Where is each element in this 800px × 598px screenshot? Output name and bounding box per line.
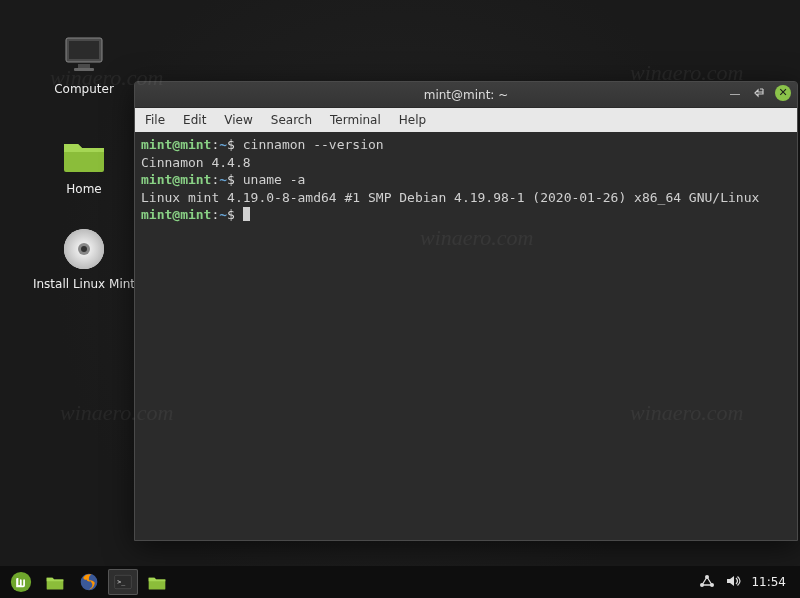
folder-home-icon [60, 130, 108, 178]
menu-terminal[interactable]: Terminal [330, 113, 381, 127]
menu-button[interactable] [6, 569, 36, 595]
menu-help[interactable]: Help [399, 113, 426, 127]
menu-search[interactable]: Search [271, 113, 312, 127]
firefox-icon [79, 572, 99, 592]
panel-clock[interactable]: 11:54 [751, 575, 786, 589]
menu-view[interactable]: View [224, 113, 252, 127]
window-titlebar[interactable]: mint@mint: ~ — ✕ [135, 82, 797, 108]
network-icon[interactable] [699, 573, 715, 592]
desktop-icon-home[interactable]: Home [30, 130, 138, 196]
terminal-body[interactable]: mint@mint:~$ cinnamon --version Cinnamon… [135, 132, 797, 540]
launcher-firefox[interactable] [74, 569, 104, 595]
terminal-window[interactable]: mint@mint: ~ — ✕ File Edit View Search T… [134, 81, 798, 541]
desktop-icon-label: Install Linux Mint [33, 277, 135, 291]
desktop[interactable]: Computer Home Install Linux Mint mint@mi… [0, 0, 800, 566]
terminal-icon: >_ [113, 572, 133, 592]
folder-icon [147, 572, 167, 592]
window-title: mint@mint: ~ [424, 88, 509, 102]
svg-rect-4 [74, 68, 94, 71]
svg-point-8 [81, 246, 87, 252]
panel: >_ 11:54 [0, 566, 800, 598]
minimize-button[interactable]: — [727, 85, 743, 101]
svg-rect-3 [78, 64, 90, 68]
disc-icon [60, 225, 108, 273]
maximize-button[interactable] [751, 85, 767, 101]
desktop-icon-label: Computer [54, 82, 114, 96]
taskbar-terminal[interactable]: >_ [108, 569, 138, 595]
desktop-icon-install[interactable]: Install Linux Mint [30, 225, 138, 291]
system-tray: 11:54 [699, 573, 794, 592]
computer-icon [60, 30, 108, 78]
mint-menu-icon [10, 571, 32, 593]
launcher-files[interactable] [40, 569, 70, 595]
taskbar-files[interactable] [142, 569, 172, 595]
volume-icon[interactable] [725, 573, 741, 592]
folder-icon [45, 572, 65, 592]
desktop-icon-computer[interactable]: Computer [30, 30, 138, 96]
desktop-icon-label: Home [66, 182, 101, 196]
window-menubar: File Edit View Search Terminal Help [135, 108, 797, 132]
close-button[interactable]: ✕ [775, 85, 791, 101]
menu-file[interactable]: File [145, 113, 165, 127]
svg-rect-2 [69, 41, 99, 59]
svg-text:>_: >_ [117, 578, 125, 586]
menu-edit[interactable]: Edit [183, 113, 206, 127]
